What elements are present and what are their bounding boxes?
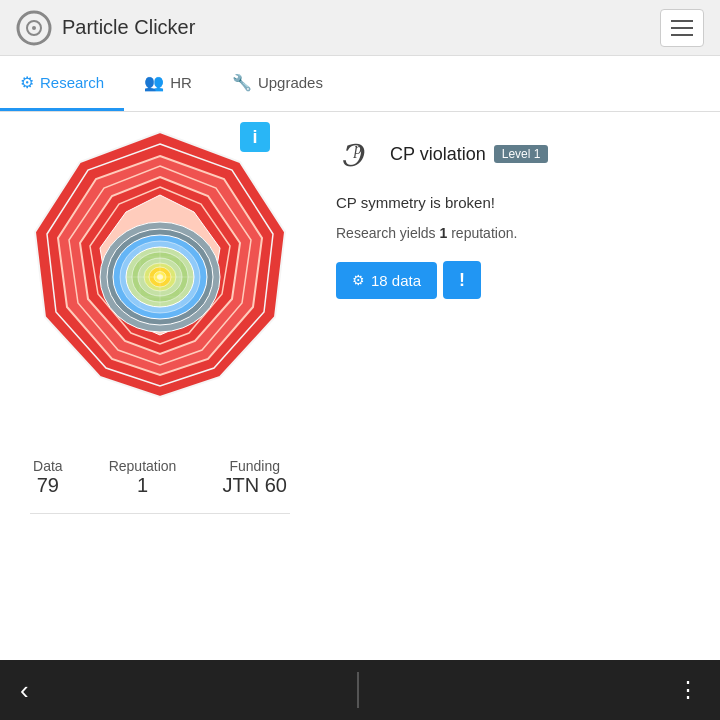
tab-bar: ⚙ Research 👥 HR 🔧 Upgrades — [0, 56, 720, 112]
cp-icon-svg: Ͻ p — [336, 132, 380, 176]
upgrades-tab-icon: 🔧 — [232, 73, 252, 92]
stats-row: Data 79 Reputation 1 Funding JTN 60 — [0, 442, 320, 505]
stat-reputation: Reputation 1 — [109, 458, 177, 497]
right-panel: Ͻ p CP violation Level 1 CP symmetry is … — [320, 112, 720, 660]
app-branding: Particle Clicker — [16, 10, 195, 46]
back-button[interactable]: ‹ — [20, 677, 29, 703]
data-value: 79 — [33, 474, 63, 497]
research-item-description: CP symmetry is broken! — [336, 194, 704, 211]
yield-unit: reputation. — [447, 225, 517, 241]
research-item-title: CP violation — [390, 144, 486, 165]
hr-tab-icon: 👥 — [144, 73, 164, 92]
svg-point-2 — [32, 26, 36, 30]
funding-label: Funding — [222, 458, 286, 474]
exclaim-button[interactable]: ! — [443, 261, 481, 299]
reputation-value: 1 — [109, 474, 177, 497]
hamburger-line-1 — [671, 20, 693, 22]
more-options-button[interactable]: ⋮ — [677, 677, 700, 703]
app-icon — [16, 10, 52, 46]
particle-visualization — [20, 122, 300, 432]
hamburger-line-2 — [671, 27, 693, 29]
stat-data: Data 79 — [33, 458, 63, 497]
svg-text:p: p — [353, 140, 362, 158]
research-tab-icon: ⚙ — [20, 73, 34, 92]
top-bar: Particle Clicker — [0, 0, 720, 56]
data-label: Data — [33, 458, 63, 474]
research-item-title-group: CP violation Level 1 — [390, 144, 548, 165]
bottom-divider — [357, 672, 359, 708]
bottom-bar: ‹ ⋮ — [0, 660, 720, 720]
reputation-label: Reputation — [109, 458, 177, 474]
tab-research[interactable]: ⚙ Research — [0, 56, 124, 111]
left-panel: i — [0, 112, 320, 660]
action-row: ⚙ 18 data ! — [336, 261, 704, 299]
stats-divider — [30, 513, 290, 514]
svg-text:Ͻ: Ͻ — [340, 139, 366, 172]
particle-svg — [20, 122, 300, 432]
research-item-header: Ͻ p CP violation Level 1 — [336, 132, 704, 176]
tab-hr[interactable]: 👥 HR — [124, 56, 212, 111]
gear-small-icon: ⚙ — [352, 272, 365, 288]
app-title: Particle Clicker — [62, 16, 195, 39]
stat-funding: Funding JTN 60 — [222, 458, 286, 497]
cp-violation-icon: Ͻ p — [336, 132, 380, 176]
tab-hr-label: HR — [170, 74, 192, 91]
yield-text: Research yields — [336, 225, 440, 241]
tab-upgrades[interactable]: 🔧 Upgrades — [212, 56, 343, 111]
main-content: i — [0, 112, 720, 660]
level-badge: Level 1 — [494, 145, 549, 163]
data-button-label: 18 data — [371, 272, 421, 289]
info-badge-button[interactable]: i — [240, 122, 270, 152]
tab-upgrades-label: Upgrades — [258, 74, 323, 91]
hamburger-button[interactable] — [660, 9, 704, 47]
item-title-row: CP violation Level 1 — [390, 144, 548, 165]
funding-value: JTN 60 — [222, 474, 286, 497]
data-button[interactable]: ⚙ 18 data — [336, 262, 437, 299]
hamburger-line-3 — [671, 34, 693, 36]
research-item-yield: Research yields 1 reputation. — [336, 225, 704, 241]
tab-research-label: Research — [40, 74, 104, 91]
